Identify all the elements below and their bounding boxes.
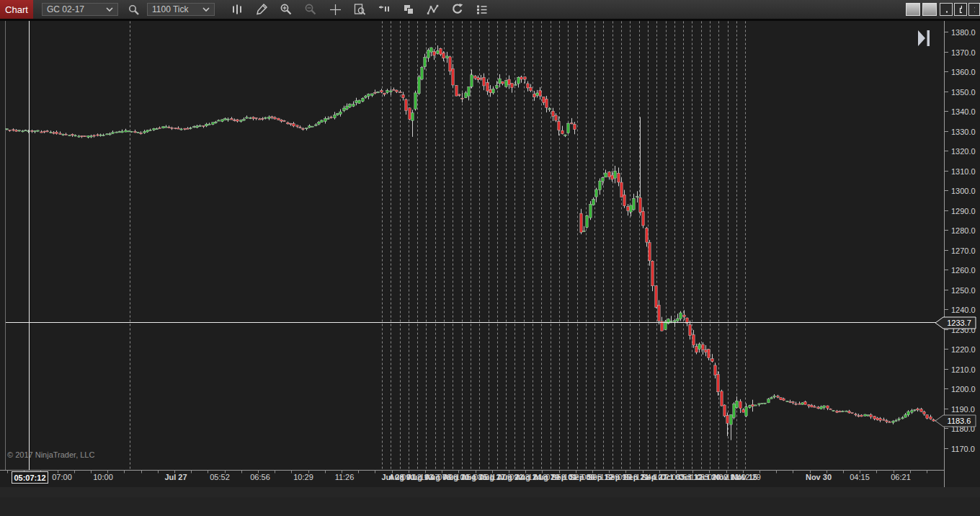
time-axis-label: 10:00 bbox=[93, 473, 113, 481]
toolbar: Chart GC 02-17 1100 Tick bbox=[0, 0, 980, 19]
svg-text:1233.7: 1233.7 bbox=[947, 319, 971, 327]
properties-button[interactable] bbox=[473, 1, 491, 17]
interval-selector[interactable]: 1100 Tick bbox=[147, 3, 215, 16]
chart-style-icon bbox=[231, 3, 244, 16]
plot-left-border bbox=[5, 21, 6, 470]
instrument-selector[interactable]: GC 02-17 bbox=[42, 3, 118, 16]
data-box-button[interactable] bbox=[350, 1, 369, 17]
time-axis-label: 04:15 bbox=[850, 473, 870, 481]
close-icon bbox=[974, 6, 975, 14]
chart-trader-icon bbox=[378, 3, 391, 16]
crosshair-time-tag: 05:07:12 bbox=[12, 471, 48, 484]
time-axis-label: 10:29 bbox=[293, 473, 313, 481]
instrument-selector-value: GC 02-17 bbox=[47, 4, 84, 14]
indicators-button[interactable] bbox=[424, 1, 442, 17]
minimize-icon bbox=[945, 5, 948, 14]
chevron-down-icon bbox=[202, 7, 210, 12]
chart-trader-button[interactable] bbox=[375, 1, 393, 17]
chart-window: Chart GC 02-17 1100 Tick bbox=[0, 0, 980, 516]
instrument-link-button[interactable] bbox=[906, 3, 920, 16]
time-axis-label: Jul 27 bbox=[164, 473, 187, 481]
minimize-button[interactable] bbox=[940, 3, 953, 16]
time-axis-label: 06:56 bbox=[250, 473, 270, 481]
restore-button[interactable] bbox=[954, 3, 967, 16]
restore-icon bbox=[959, 5, 962, 14]
copyright-text: © 2017 NinjaTrader, LLC bbox=[7, 450, 94, 459]
crosshair-cursor-button[interactable] bbox=[326, 1, 344, 17]
interval-link-button[interactable] bbox=[922, 3, 937, 16]
close-button[interactable] bbox=[968, 3, 980, 16]
data-box-icon bbox=[353, 3, 366, 16]
properties-list-icon bbox=[476, 4, 489, 16]
time-axis-label: Nov 30 bbox=[806, 473, 832, 481]
chart-plot-area[interactable] bbox=[6, 21, 944, 470]
time-axis-labels: 07:0010:00Jul 2705:5206:5610:2911:26Jul … bbox=[0, 473, 980, 484]
tab-bar: GC 02-17 + bbox=[0, 497, 980, 516]
zoom-out-icon bbox=[304, 3, 317, 16]
last-price-tag: 1183.6 bbox=[935, 414, 976, 427]
play-triangle-icon bbox=[918, 30, 925, 46]
zoom-in-button[interactable] bbox=[277, 1, 295, 17]
crosshair-icon bbox=[329, 4, 342, 16]
time-axis-label: 06:21 bbox=[891, 473, 911, 481]
search-icon bbox=[128, 4, 140, 16]
crosshair-price-tag: 1233.7 bbox=[935, 316, 976, 329]
time-axis-label: 07:00 bbox=[52, 473, 72, 481]
bring-to-front-button[interactable] bbox=[399, 1, 418, 17]
zoom-in-icon bbox=[280, 3, 293, 16]
reload-data-button[interactable] bbox=[448, 1, 467, 17]
zoom-out-button[interactable] bbox=[301, 1, 320, 17]
instrument-search-button[interactable] bbox=[124, 1, 143, 17]
svg-text:1183.6: 1183.6 bbox=[948, 417, 971, 425]
chart-style-button[interactable] bbox=[228, 1, 246, 17]
interval-selector-value: 1100 Tick bbox=[152, 4, 188, 14]
time-axis-label: 05:52 bbox=[210, 473, 230, 481]
chevron-down-icon bbox=[106, 7, 113, 12]
pencil-icon bbox=[255, 3, 268, 16]
horizontal-scrollbar[interactable] bbox=[0, 487, 980, 497]
time-axis-label: 12:29 bbox=[741, 473, 761, 481]
go-to-end-button[interactable] bbox=[917, 30, 932, 47]
overlapping-windows-icon bbox=[402, 3, 415, 16]
indicators-zigzag-icon bbox=[427, 4, 440, 16]
window-title-badge: Chart bbox=[0, 0, 33, 19]
time-axis-label: 11:26 bbox=[335, 473, 355, 481]
drawing-tools-button[interactable] bbox=[252, 1, 271, 17]
reload-icon bbox=[451, 3, 464, 16]
time-axis-line bbox=[0, 470, 945, 471]
